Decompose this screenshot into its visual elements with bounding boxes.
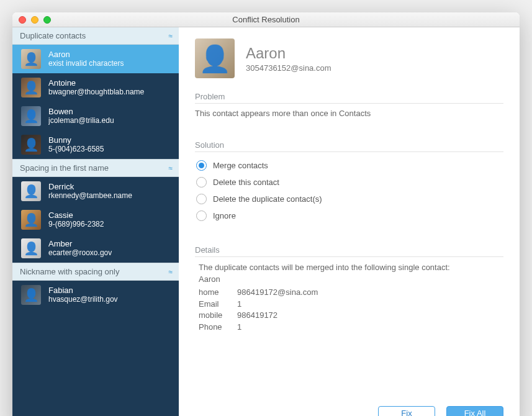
sidebar-section-label: Duplicate contacts: [20, 31, 86, 40]
app-window: Conflict Resolution Duplicate contacts≈👤…: [12, 12, 520, 416]
details-row-value: 1: [237, 299, 241, 310]
sidebar-contact-item[interactable]: 👤Amberecarter@rooxo.gov: [12, 234, 179, 263]
avatar: 👤: [21, 78, 41, 97]
sidebar-contact-item[interactable]: 👤Bowenjcoleman@trilia.edu: [12, 102, 179, 130]
details-table: home986419172@sina.comEmail1mobile986419…: [199, 287, 503, 333]
details-contact-name: Aaron: [199, 274, 503, 286]
details-row-label: Email: [199, 299, 237, 310]
avatar: 👤: [21, 181, 41, 201]
details-section: Details The duplicate contacts will be m…: [195, 245, 503, 333]
person-icon: 👤: [24, 137, 39, 152]
contact-text: Amberecarter@rooxo.gov: [48, 240, 112, 258]
contact-item-name: Amber: [48, 240, 112, 249]
solution-option[interactable]: Delete the duplicate contact(s): [195, 191, 503, 207]
sidebar-contact-item[interactable]: 👤Aaronexist invalid characters: [12, 45, 179, 73]
person-icon: 👤: [24, 212, 39, 227]
contact-item-sub: hvasquez@trilith.gov: [48, 296, 118, 304]
details-row-label: Phone: [199, 322, 237, 333]
contact-text: Bowenjcoleman@trilia.edu: [48, 107, 114, 125]
contact-item-sub: jcoleman@trilia.edu: [48, 117, 114, 125]
details-section-label: Details: [195, 245, 503, 257]
sidebar-contact-item[interactable]: 👤Fabianhvasquez@trilith.gov: [12, 281, 179, 309]
sidebar-section-header[interactable]: Nickname with spacing only≈: [12, 263, 179, 281]
contact-text: Bunny5-(904)623-6585: [48, 136, 104, 154]
details-row: Email1: [199, 299, 503, 310]
contact-name: Aaron: [246, 45, 331, 62]
sidebar-contact-item[interactable]: 👤Bunny5-(904)623-6585: [12, 130, 179, 159]
solution-option-label: Delete the duplicate contact(s): [213, 194, 322, 204]
collapse-icon: ≈: [168, 164, 171, 173]
avatar: 👤: [21, 210, 41, 230]
details-row: home986419172@sina.com: [199, 287, 503, 299]
radio-icon: [196, 160, 207, 171]
contact-email: 3054736152@sina.com: [246, 63, 331, 73]
person-icon: 👤: [199, 43, 231, 74]
sidebar-section-header[interactable]: Duplicate contacts≈: [12, 27, 179, 45]
details-row-value: 986419172: [237, 310, 277, 322]
radio-icon: [196, 210, 207, 221]
person-icon: 👤: [24, 287, 39, 302]
details-intro: The duplicate contacts will be merged in…: [199, 262, 503, 274]
fix-button[interactable]: Fix: [378, 406, 435, 416]
problem-section-label: Problem: [195, 92, 503, 104]
sidebar-contact-item[interactable]: 👤Derrickrkennedy@tambee.name: [12, 177, 179, 206]
solution-section: Solution Merge contactsDelete this conta…: [195, 140, 503, 224]
details-row-value: 986419172@sina.com: [237, 287, 318, 299]
solution-option-label: Merge contacts: [213, 161, 268, 170]
radio-icon: [196, 194, 207, 204]
solution-section-label: Solution: [195, 140, 503, 152]
contact-item-sub: exist invalid characters: [48, 60, 124, 68]
contact-text: Fabianhvasquez@trilith.gov: [48, 286, 118, 304]
fix-all-button[interactable]: Fix All: [446, 406, 503, 416]
contact-item-sub: ecarter@rooxo.gov: [48, 249, 112, 258]
collapse-icon: ≈: [168, 32, 171, 40]
contact-item-sub: 9-(689)996-2382: [48, 220, 104, 229]
contact-text: Cassie9-(689)996-2382: [48, 211, 104, 229]
contact-header: 👤 Aaron 3054736152@sina.com: [195, 38, 503, 78]
details-row: mobile986419172: [199, 310, 503, 322]
contact-text: Aaronexist invalid characters: [48, 50, 124, 68]
details-row-value: 1: [237, 322, 241, 333]
contact-item-sub: rkennedy@tambee.name: [48, 192, 132, 201]
avatar: 👤: [21, 106, 41, 126]
avatar: 👤: [21, 49, 41, 69]
person-icon: 👤: [24, 184, 39, 199]
avatar: 👤: [21, 238, 41, 258]
problem-text: This contact appears more than once in C…: [195, 109, 503, 118]
solution-options: Merge contactsDelete this contactDelete …: [195, 157, 503, 224]
sidebar-contact-item[interactable]: 👤Cassie9-(689)996-2382: [12, 206, 179, 234]
solution-option[interactable]: Delete this contact: [195, 174, 503, 191]
sidebar: Duplicate contacts≈👤Aaronexist invalid c…: [12, 27, 179, 416]
avatar: 👤: [21, 135, 41, 155]
solution-option[interactable]: Ignore: [195, 207, 503, 224]
window-title: Conflict Resolution: [12, 15, 520, 24]
details-row-label: mobile: [199, 310, 237, 322]
contact-avatar: 👤: [195, 38, 235, 78]
titlebar: Conflict Resolution: [12, 12, 520, 27]
footer-buttons: Fix Fix All: [195, 396, 503, 416]
contact-item-name: Antoine: [48, 79, 144, 88]
person-icon: 👤: [24, 109, 39, 124]
collapse-icon: ≈: [168, 268, 171, 276]
contact-item-name: Aaron: [48, 50, 124, 60]
solution-option-label: Delete this contact: [213, 178, 279, 187]
contact-header-text: Aaron 3054736152@sina.com: [246, 45, 331, 73]
person-icon: 👤: [24, 52, 39, 66]
sidebar-section-label: Nickname with spacing only: [20, 267, 119, 276]
radio-icon: [196, 177, 207, 188]
sidebar-section-header[interactable]: Spacing in the first name≈: [12, 159, 179, 177]
app-body: Duplicate contacts≈👤Aaronexist invalid c…: [12, 27, 520, 416]
contact-text: Antoinebwagner@thoughtblab.name: [48, 79, 144, 97]
contact-text: Derrickrkennedy@tambee.name: [48, 183, 132, 201]
sidebar-section-label: Spacing in the first name: [20, 163, 109, 173]
person-icon: 👤: [24, 241, 39, 256]
sidebar-contact-item[interactable]: 👤Antoinebwagner@thoughtblab.name: [12, 73, 179, 102]
contact-item-name: Bunny: [48, 136, 104, 145]
contact-item-name: Bowen: [48, 107, 114, 117]
avatar: 👤: [21, 285, 41, 305]
solution-option[interactable]: Merge contacts: [195, 157, 503, 174]
details-row: Phone1: [199, 322, 503, 333]
contact-item-sub: 5-(904)623-6585: [48, 145, 104, 154]
contact-item-name: Fabian: [48, 286, 118, 296]
details-body: The duplicate contacts will be merged in…: [195, 262, 503, 333]
